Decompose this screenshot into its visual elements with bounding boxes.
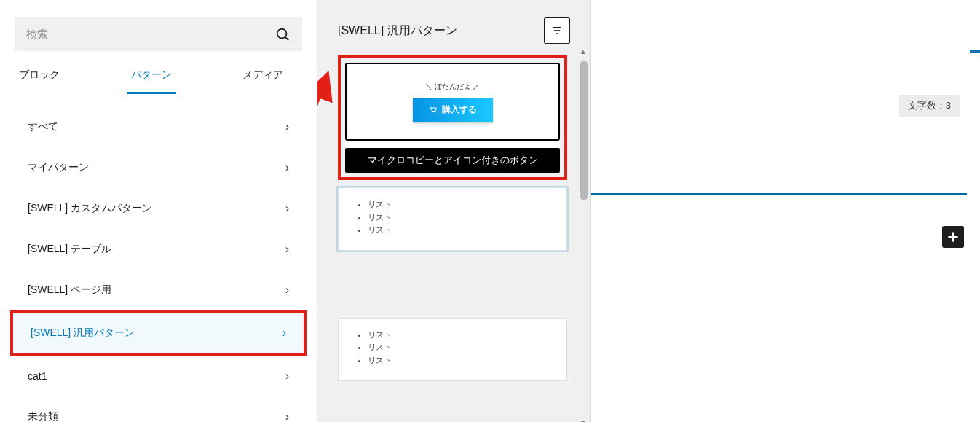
category-label: [SWELL] カスタムパターン bbox=[28, 202, 152, 215]
pattern-preview-panel: [SWELL] 汎用パターン ぼたんだよ 購入する マイクロコピーとアイコン付き… bbox=[317, 0, 591, 422]
pattern-item-list[interactable]: リスト リスト リスト bbox=[338, 318, 567, 381]
chevron-right-icon: › bbox=[285, 370, 289, 383]
tab-media[interactable]: メディア bbox=[238, 69, 288, 92]
category-label: cat1 bbox=[28, 370, 47, 382]
chevron-right-icon: › bbox=[285, 202, 289, 215]
svg-point-7 bbox=[434, 112, 435, 114]
pattern-item-list[interactable]: リスト リスト リスト bbox=[338, 187, 567, 251]
microcopy-text: ぼたんだよ bbox=[425, 82, 481, 92]
cart-icon bbox=[429, 106, 438, 114]
spacer bbox=[338, 406, 567, 422]
scrollbar-thumb[interactable] bbox=[580, 61, 588, 200]
buy-button-preview: 購入する bbox=[413, 98, 493, 122]
list-item: リスト bbox=[368, 211, 549, 224]
insertion-point-indicator bbox=[591, 193, 967, 195]
list-item: リスト bbox=[368, 198, 549, 211]
pattern-preview: ぼたんだよ 購入する bbox=[345, 63, 560, 141]
preview-list: リスト リスト リスト bbox=[356, 329, 549, 367]
add-block-button[interactable] bbox=[942, 226, 964, 248]
word-count-badge: 文字数：3 bbox=[899, 95, 960, 117]
category-label: [SWELL] ページ用 bbox=[28, 284, 111, 297]
tab-blocks[interactable]: ブロック bbox=[15, 69, 64, 92]
scrollbar[interactable]: ▴ ▾ bbox=[579, 61, 588, 415]
chevron-right-icon: › bbox=[282, 327, 286, 340]
category-label: すべて bbox=[28, 120, 58, 133]
pattern-caption: マイクロコピーとアイコン付きのボタン bbox=[345, 148, 560, 173]
inserter-sidebar: ブロック パターン メディア すべて › マイパターン › [SWELL] カス… bbox=[0, 0, 317, 422]
search-field-wrap bbox=[15, 17, 302, 51]
decorative-bar bbox=[970, 50, 980, 53]
search-input[interactable] bbox=[26, 28, 274, 40]
pattern-list: ぼたんだよ 購入する マイクロコピーとアイコン付きのボタン リスト リスト リス… bbox=[338, 55, 583, 422]
category-label: [SWELL] テーブル bbox=[28, 243, 111, 256]
button-label: 購入する bbox=[442, 103, 477, 116]
chevron-right-icon: › bbox=[285, 161, 289, 174]
annotation-highlight-box: [SWELL] 汎用パターン › bbox=[10, 310, 307, 356]
category-all[interactable]: すべて › bbox=[0, 106, 317, 147]
scroll-up-icon: ▴ bbox=[579, 47, 588, 55]
category-swell-general[interactable]: [SWELL] 汎用パターン › bbox=[13, 313, 304, 353]
category-swell-page[interactable]: [SWELL] ページ用 › bbox=[0, 270, 317, 310]
filter-icon bbox=[550, 23, 564, 38]
scroll-down-icon: ▾ bbox=[579, 418, 588, 422]
category-swell-custom[interactable]: [SWELL] カスタムパターン › bbox=[0, 188, 317, 229]
category-uncategorized[interactable]: 未分類 › bbox=[0, 396, 317, 422]
chevron-right-icon: › bbox=[285, 284, 289, 297]
pattern-panel-title: [SWELL] 汎用パターン bbox=[338, 23, 457, 39]
editor-canvas[interactable]: 文字数：3 bbox=[591, 0, 980, 422]
pattern-category-list: すべて › マイパターン › [SWELL] カスタムパターン › [SWELL… bbox=[0, 93, 317, 422]
search-icon bbox=[274, 26, 291, 42]
pattern-filter-button[interactable] bbox=[544, 17, 570, 44]
annotation-highlight-box: ぼたんだよ 購入する マイクロコピーとアイコン付きのボタン bbox=[338, 55, 567, 180]
svg-line-2 bbox=[317, 82, 325, 344]
preview-list: リスト リスト リスト bbox=[356, 198, 549, 237]
chevron-right-icon: › bbox=[285, 120, 289, 133]
inserter-tabs: ブロック パターン メディア bbox=[0, 55, 317, 93]
word-count-value: 3 bbox=[946, 100, 951, 111]
svg-point-6 bbox=[431, 112, 432, 114]
chevron-right-icon: › bbox=[285, 410, 289, 422]
list-item: リスト bbox=[368, 329, 549, 342]
category-my-patterns[interactable]: マイパターン › bbox=[0, 147, 317, 188]
list-item: リスト bbox=[368, 354, 549, 367]
chevron-right-icon: › bbox=[285, 243, 289, 256]
category-label: [SWELL] 汎用パターン bbox=[31, 327, 135, 340]
pattern-panel-header: [SWELL] 汎用パターン bbox=[338, 17, 583, 44]
list-item: リスト bbox=[368, 224, 549, 237]
category-swell-table[interactable]: [SWELL] テーブル › bbox=[0, 229, 317, 270]
tab-patterns[interactable]: パターン bbox=[127, 69, 176, 94]
word-count-label: 文字数： bbox=[908, 100, 946, 111]
pattern-item-button-with-microcopy[interactable]: ぼたんだよ 購入する マイクロコピーとアイコン付きのボタン bbox=[345, 63, 560, 173]
svg-point-0 bbox=[277, 29, 287, 39]
category-label: マイパターン bbox=[28, 161, 89, 174]
list-item: リスト bbox=[368, 341, 549, 354]
spacer bbox=[338, 276, 567, 318]
category-label: 未分類 bbox=[28, 410, 58, 422]
svg-line-1 bbox=[285, 37, 288, 40]
plus-icon bbox=[946, 230, 960, 244]
category-cat1[interactable]: cat1 › bbox=[0, 356, 317, 396]
